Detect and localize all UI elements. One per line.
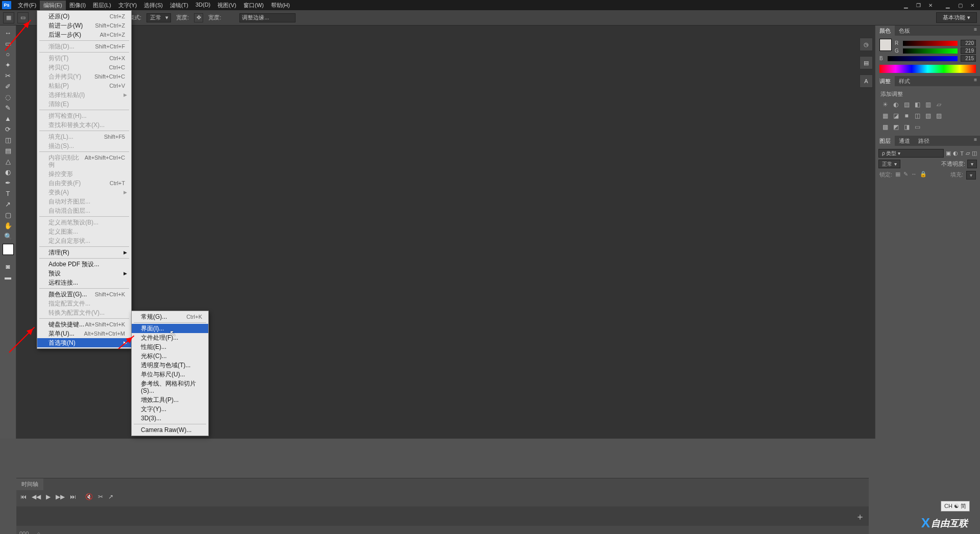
submenu-item-3D3[interactable]: 3D(3)... bbox=[132, 414, 208, 423]
window-close-icon[interactable]: ✕ bbox=[967, 1, 978, 9]
dock-history-icon[interactable]: ◷ bbox=[860, 38, 873, 51]
goto-first-icon[interactable]: ⏮ bbox=[20, 493, 27, 500]
tool-套索[interactable]: ○ bbox=[2, 49, 15, 60]
submenu-item-Camera RawW[interactable]: Camera Raw(W)... bbox=[132, 425, 208, 435]
mode-select[interactable]: 正常 bbox=[146, 13, 171, 22]
inner-close-icon[interactable]: ✕ bbox=[925, 1, 936, 9]
menu-视图[interactable]: 视图(V) bbox=[214, 1, 240, 10]
menu-item-后退一步K[interactable]: 后退一步(K)Alt+Ctrl+Z bbox=[37, 30, 131, 39]
tool-减淡[interactable]: ◐ bbox=[2, 167, 15, 177]
menu-item-远程连接[interactable]: 远程连接... bbox=[37, 278, 131, 287]
quickmask-icon[interactable]: ◙ bbox=[2, 261, 15, 272]
lock-all-icon[interactable]: 🔒 bbox=[920, 171, 927, 180]
audio-icon[interactable]: 🔇 bbox=[85, 493, 93, 500]
tool-preset-icon[interactable]: ▦ bbox=[3, 12, 14, 23]
tool-缩放[interactable]: 🔍 bbox=[2, 231, 15, 242]
lock-trans-icon[interactable]: ▦ bbox=[895, 171, 900, 180]
slider-R[interactable] bbox=[903, 41, 958, 46]
tool-裁剪[interactable]: ✂ bbox=[2, 70, 15, 81]
tool-橡皮[interactable]: ◫ bbox=[2, 135, 15, 145]
tab-swatches[interactable]: 色板 bbox=[895, 26, 914, 36]
tool-魔棒[interactable]: ✦ bbox=[2, 60, 15, 70]
refine-edge-button[interactable]: 调整边缘... bbox=[239, 13, 296, 22]
fg-bg-swatch[interactable] bbox=[3, 244, 14, 255]
tab-layers[interactable]: 图层 bbox=[875, 136, 895, 146]
menu-item-预设[interactable]: 预设 bbox=[37, 269, 131, 278]
menu-item-菜单U[interactable]: 菜单(U)...Alt+Shift+Ctrl+M bbox=[37, 329, 131, 338]
timeline-track[interactable] bbox=[16, 506, 869, 526]
tool-历史画笔[interactable]: ⟳ bbox=[2, 124, 15, 135]
panel-menu-icon[interactable]: ≡ bbox=[971, 136, 980, 146]
prev-frame-icon[interactable]: ◀◀ bbox=[32, 493, 41, 500]
menu-滤镜[interactable]: 滤镜(T) bbox=[166, 1, 192, 10]
submenu-item-性能E[interactable]: 性能(E)... bbox=[132, 342, 208, 351]
crosshair-icon[interactable]: ✥ bbox=[194, 13, 203, 22]
tool-文字[interactable]: T bbox=[2, 188, 15, 199]
panel-menu-icon[interactable]: ≡ bbox=[971, 26, 980, 36]
spectrum-strip[interactable] bbox=[879, 65, 976, 73]
workspace-switcher[interactable]: 基本功能▾ bbox=[936, 12, 977, 23]
opacity-field[interactable]: ▾ bbox=[967, 160, 977, 168]
foreground-swatch[interactable] bbox=[879, 39, 892, 51]
timeline-zoom[interactable]: ▁▂▃ bbox=[48, 530, 61, 534]
submenu-item-参考线、网格和切片S[interactable]: 参考线、网格和切片(S)... bbox=[132, 379, 208, 395]
tool-移动[interactable]: ↔ bbox=[2, 28, 15, 38]
menu-item-Adobe PDF 预设[interactable]: Adobe PDF 预设... bbox=[37, 260, 131, 269]
play-icon[interactable]: ▶ bbox=[46, 493, 51, 500]
next-frame-icon[interactable]: ▶▶ bbox=[56, 493, 65, 500]
submenu-item-增效工具P[interactable]: 增效工具(P)... bbox=[132, 395, 208, 404]
menu-item-键盘快捷键[interactable]: 键盘快捷键...Alt+Shift+Ctrl+K bbox=[37, 320, 131, 329]
inner-min-icon[interactable]: ▁ bbox=[900, 1, 912, 9]
tool-钢笔[interactable]: ✒ bbox=[2, 177, 15, 188]
submenu-item-常规G[interactable]: 常规(G)...Ctrl+K bbox=[132, 312, 208, 321]
screenmode-icon[interactable]: ▬ bbox=[2, 272, 15, 283]
tool-抓手[interactable]: ✋ bbox=[2, 220, 15, 231]
menu-文件[interactable]: 文件(F) bbox=[14, 1, 40, 10]
menu-图层[interactable]: 图层(L) bbox=[89, 1, 114, 10]
submenu-item-文字Y[interactable]: 文字(Y)... bbox=[132, 404, 208, 414]
slider-value-B[interactable]: 215 bbox=[961, 55, 976, 62]
menu-编辑[interactable]: 编辑(E) bbox=[40, 1, 66, 10]
tab-paths[interactable]: 路径 bbox=[914, 136, 934, 146]
tool-模糊[interactable]: △ bbox=[2, 156, 15, 167]
tool-路径[interactable]: ↗ bbox=[2, 199, 15, 210]
inner-restore-icon[interactable]: ❐ bbox=[913, 1, 924, 9]
panel-menu-icon[interactable]: ≡ bbox=[971, 76, 980, 86]
slider-value-R[interactable]: 220 bbox=[961, 40, 976, 46]
window-min-icon[interactable]: ▁ bbox=[942, 1, 953, 9]
menu-选择[interactable]: 选择(S) bbox=[140, 1, 166, 10]
goto-last-icon[interactable]: ⏭ bbox=[70, 493, 76, 500]
menu-item-前进一步W[interactable]: 前进一步(W)Shift+Ctrl+Z bbox=[37, 21, 131, 30]
menu-item-首选项N[interactable]: 首选项(N) bbox=[37, 338, 131, 347]
slider-G[interactable] bbox=[903, 48, 958, 54]
lock-pixel-icon[interactable]: ✎ bbox=[903, 171, 908, 180]
window-max-icon[interactable]: ▢ bbox=[954, 1, 966, 9]
layer-filter-select[interactable]: ρ 类型 ▾ bbox=[878, 149, 944, 158]
menu-图像[interactable]: 图像(I) bbox=[66, 1, 89, 10]
slider-B[interactable] bbox=[888, 56, 958, 61]
menu-文字[interactable]: 文字(Y) bbox=[115, 1, 141, 10]
submenu-item-光标C[interactable]: 光标(C)... bbox=[132, 351, 208, 361]
menu-3D[interactable]: 3D(D) bbox=[192, 1, 214, 10]
scissors-icon[interactable]: ✂ bbox=[98, 493, 103, 500]
timeline-tab[interactable]: 时间轴 bbox=[16, 478, 43, 490]
slider-value-G[interactable]: 219 bbox=[961, 47, 976, 54]
submenu-item-透明度与色域T[interactable]: 透明度与色域(T)... bbox=[132, 361, 208, 370]
menu-item-清理R[interactable]: 清理(R) bbox=[37, 248, 131, 257]
menu-item-还原O[interactable]: 还原(O)Ctrl+Z bbox=[37, 12, 131, 21]
transition-icon[interactable]: ↗ bbox=[108, 493, 113, 500]
tool-画笔[interactable]: ✎ bbox=[2, 103, 15, 113]
blend-mode-select[interactable]: 正常 ▾ bbox=[878, 160, 900, 168]
menu-帮助[interactable]: 帮助(H) bbox=[267, 1, 293, 10]
add-media-button[interactable]: ＋ bbox=[855, 511, 865, 523]
menu-窗口[interactable]: 窗口(W) bbox=[240, 1, 267, 10]
tool-形状[interactable]: ▢ bbox=[2, 210, 15, 220]
tool-修复[interactable]: ◌ bbox=[2, 92, 15, 103]
tool-图章[interactable]: ▲ bbox=[2, 113, 15, 124]
lock-pos-icon[interactable]: ↔ bbox=[911, 171, 917, 180]
dock-character-icon[interactable]: A bbox=[860, 74, 873, 88]
tool-吸管[interactable]: ✐ bbox=[2, 81, 15, 92]
menu-item-颜色设置G[interactable]: 颜色设置(G)...Shift+Ctrl+K bbox=[37, 290, 131, 299]
tab-adjustments[interactable]: 调整 bbox=[875, 76, 895, 86]
dock-properties-icon[interactable]: ▤ bbox=[860, 56, 873, 69]
